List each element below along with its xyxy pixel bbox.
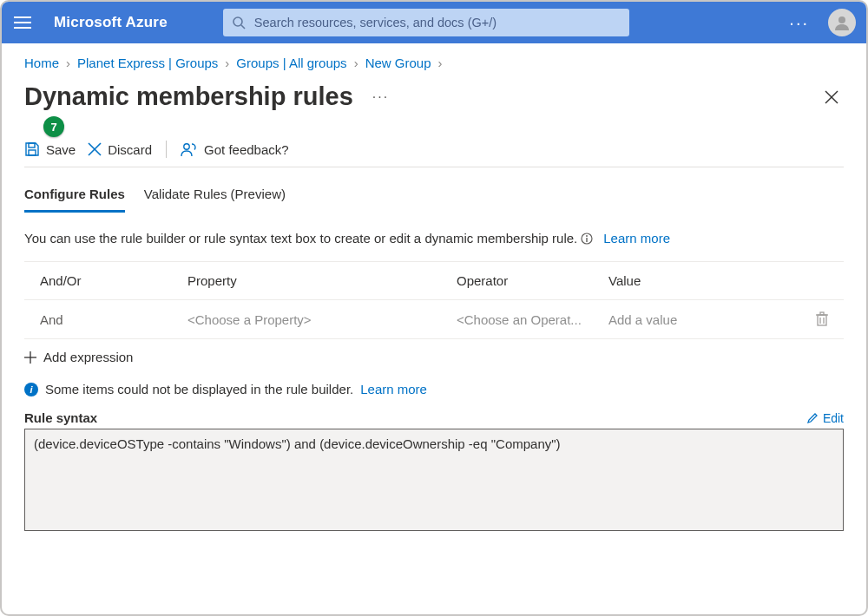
- title-overflow-icon[interactable]: ···: [372, 89, 389, 105]
- svg-rect-16: [818, 315, 826, 325]
- search-input[interactable]: [254, 16, 621, 29]
- breadcrumb-home[interactable]: Home: [24, 56, 59, 70]
- info-filled-icon: i: [24, 383, 38, 396]
- close-button[interactable]: [819, 85, 844, 109]
- warning-line: i Some items could not be displayed in t…: [24, 382, 844, 396]
- search-box[interactable]: [223, 9, 629, 36]
- page-title: Dynamic membership rules: [24, 82, 353, 111]
- breadcrumb-item-3[interactable]: New Group: [365, 56, 431, 70]
- col-property: Property: [187, 273, 457, 288]
- rule-syntax-content: (device.deviceOSType -contains "Windows"…: [34, 436, 561, 451]
- edit-syntax-button[interactable]: Edit: [806, 411, 844, 425]
- table-row: And <Choose a Property> <Choose an Opera…: [24, 300, 844, 338]
- brand-label[interactable]: Microsoft Azure: [45, 14, 176, 31]
- breadcrumb: Home › Planet Express | Groups › Groups …: [24, 56, 844, 70]
- breadcrumb-item-1[interactable]: Planet Express | Groups: [77, 56, 218, 70]
- info-icon[interactable]: [581, 233, 593, 245]
- chevron-right-icon: ›: [438, 56, 443, 70]
- svg-rect-18: [820, 312, 824, 315]
- feedback-button[interactable]: Got feedback?: [181, 141, 289, 157]
- discard-label: Discard: [108, 142, 152, 157]
- svg-rect-9: [29, 150, 36, 155]
- title-bar: Dynamic membership rules ···: [24, 82, 844, 111]
- add-expression-label: Add expression: [43, 350, 133, 364]
- helper-text: You can use the rule builder or rule syn…: [24, 231, 577, 246]
- person-icon: [832, 13, 852, 32]
- feedback-label: Got feedback?: [204, 142, 289, 157]
- menu-icon[interactable]: [12, 12, 33, 33]
- chevron-right-icon: ›: [225, 56, 229, 70]
- warning-text: Some items could not be displayed in the…: [45, 382, 353, 396]
- learn-more-link[interactable]: Learn more: [603, 231, 670, 246]
- search-icon: [232, 16, 246, 29]
- rule-syntax-label: Rule syntax: [24, 410, 97, 425]
- command-bar: 7 Save Discard Got feedback?: [24, 141, 844, 167]
- svg-point-12: [184, 144, 189, 149]
- col-value: Value: [608, 273, 800, 288]
- svg-line-4: [241, 25, 245, 29]
- svg-point-3: [233, 17, 242, 26]
- helper-text-row: You can use the rule builder or rule syn…: [24, 231, 844, 246]
- delete-row-button[interactable]: [800, 311, 844, 327]
- tab-validate-rules[interactable]: Validate Rules (Preview): [144, 181, 286, 213]
- cell-operator[interactable]: <Choose an Operat...: [457, 312, 608, 327]
- warning-learn-more-link[interactable]: Learn more: [360, 382, 427, 396]
- command-divider: [166, 141, 167, 158]
- plus-icon: [24, 351, 36, 364]
- pencil-icon: [806, 412, 819, 424]
- save-label: Save: [46, 142, 76, 157]
- trash-icon: [815, 311, 829, 327]
- col-operator: Operator: [457, 273, 608, 288]
- edit-label: Edit: [823, 411, 844, 425]
- save-button[interactable]: Save: [24, 141, 76, 157]
- tab-configure-rules[interactable]: Configure Rules: [24, 181, 125, 213]
- close-icon: [825, 90, 838, 104]
- cell-andor[interactable]: And: [40, 312, 187, 327]
- breadcrumb-item-2[interactable]: Groups | All groups: [236, 56, 346, 70]
- svg-rect-15: [587, 238, 588, 242]
- tabs: Configure Rules Validate Rules (Preview): [24, 181, 844, 213]
- save-icon: [24, 141, 40, 157]
- discard-icon: [88, 142, 102, 156]
- overflow-menu-icon[interactable]: ···: [782, 13, 816, 33]
- svg-point-5: [838, 16, 845, 23]
- svg-rect-8: [29, 143, 35, 147]
- feedback-icon: [181, 141, 198, 157]
- svg-point-14: [586, 235, 588, 237]
- rule-builder-table: And/Or Property Operator Value And <Choo…: [24, 261, 844, 339]
- account-avatar[interactable]: [828, 9, 856, 36]
- table-header: And/Or Property Operator Value: [24, 262, 844, 300]
- discard-button[interactable]: Discard: [88, 142, 152, 157]
- chevron-right-icon: ›: [66, 56, 70, 70]
- top-bar: Microsoft Azure ···: [2, 2, 866, 43]
- col-andor: And/Or: [40, 273, 187, 288]
- add-expression-button[interactable]: Add expression: [24, 350, 844, 364]
- cell-value[interactable]: Add a value: [608, 312, 800, 327]
- step-badge: 7: [43, 116, 64, 137]
- cell-property[interactable]: <Choose a Property>: [187, 312, 457, 327]
- rule-syntax-box[interactable]: (device.deviceOSType -contains "Windows"…: [24, 429, 844, 531]
- rule-syntax-header: Rule syntax Edit: [24, 410, 844, 425]
- chevron-right-icon: ›: [354, 56, 358, 70]
